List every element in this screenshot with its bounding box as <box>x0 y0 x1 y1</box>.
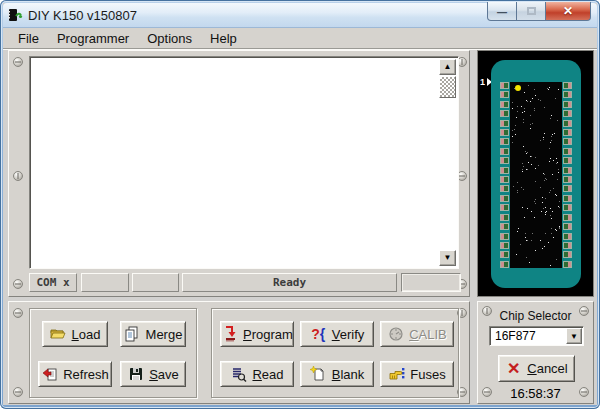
chip-pin <box>500 110 509 117</box>
cancel-button[interactable]: ✕ Cancel <box>498 355 575 382</box>
chip-pin <box>563 214 572 221</box>
chip-pin <box>563 233 572 240</box>
app-icon <box>7 7 23 23</box>
chip-pin <box>500 261 509 268</box>
chip-pin <box>563 176 572 183</box>
blank-button[interactable]: Blank <box>300 361 374 387</box>
chip-button-group: Program ?{ Verify <box>211 308 459 398</box>
fuses-button[interactable]: Fuses <box>380 361 454 387</box>
screw-icon <box>13 171 23 181</box>
program-label: Program <box>243 327 293 342</box>
chip-socket-view: 1 <box>477 50 594 297</box>
chip-pin <box>563 223 572 230</box>
chip-pin <box>563 195 572 202</box>
refresh-page-icon <box>41 366 58 382</box>
chip-pin <box>500 101 509 108</box>
merge-button[interactable]: Merge <box>120 321 186 347</box>
chip-pin <box>500 214 509 221</box>
read-pages-icon <box>230 366 247 382</box>
pin1-dot-icon <box>515 85 521 91</box>
open-folder-icon <box>50 326 67 342</box>
calib-gauge-icon <box>387 326 404 342</box>
scroll-up-button[interactable]: ▲ <box>439 59 456 75</box>
chip-pin <box>500 91 509 98</box>
chip-pin <box>500 233 509 240</box>
menu-options[interactable]: Options <box>138 29 201 48</box>
floppy-disk-icon <box>127 366 144 382</box>
window-title: DIY K150 v150807 <box>28 8 137 23</box>
chip-pin <box>500 223 509 230</box>
app-window: DIY K150 v150807 — ✕ File Programmer Opt… <box>0 0 600 409</box>
blank-page-icon <box>310 366 327 382</box>
chip-pin <box>500 167 509 174</box>
pin-column-left <box>500 82 509 268</box>
chip-pin <box>563 148 572 155</box>
minimize-icon: — <box>497 10 507 16</box>
chip-pin <box>500 242 509 249</box>
actions-panel: Load Merge <box>8 301 470 404</box>
status-com-port: COM x <box>29 273 77 292</box>
screw-icon <box>13 57 23 67</box>
save-button[interactable]: Save <box>120 361 186 387</box>
chip-pin <box>500 138 509 145</box>
menu-bar: File Programmer Options Help <box>3 28 597 49</box>
save-label: Save <box>149 367 179 382</box>
merge-pages-icon <box>124 326 141 342</box>
chip-selector-input[interactable] <box>492 329 564 343</box>
scroll-down-button[interactable]: ▼ <box>439 250 456 266</box>
calib-button: CALIB <box>380 321 454 347</box>
cancel-label: Cancel <box>527 361 567 376</box>
chip-body <box>510 82 562 268</box>
scrollbar-thumb[interactable] <box>439 76 456 98</box>
chip-selector-label: Chip Selector <box>478 309 593 323</box>
chip-pin <box>563 242 572 249</box>
scroll-up-icon: ▲ <box>444 63 452 71</box>
log-panel: ▲ ▼ COM x Ready <box>8 50 470 297</box>
chip-pin <box>500 185 509 192</box>
chip-pin <box>500 204 509 211</box>
menu-file[interactable]: File <box>9 29 48 48</box>
chip-pin <box>563 167 572 174</box>
status-cell-3 <box>132 273 179 292</box>
chip-pin <box>563 204 572 211</box>
refresh-button[interactable]: Refresh <box>38 361 112 387</box>
chip-pin <box>563 120 572 127</box>
log-content[interactable] <box>32 59 439 266</box>
load-label: Load <box>72 327 101 342</box>
pin-column-right <box>563 82 572 268</box>
chip-pin <box>563 138 572 145</box>
log-scrollbar[interactable]: ▲ ▼ <box>439 59 456 266</box>
chevron-down-icon: ▼ <box>570 332 578 341</box>
menu-help[interactable]: Help <box>201 29 246 48</box>
cancel-x-icon: ✕ <box>505 361 522 377</box>
verify-icon: ?{ <box>310 326 327 342</box>
program-flash-icon <box>221 326 238 342</box>
chip-pin <box>563 101 572 108</box>
chip-pin <box>563 110 572 117</box>
pin1-label: 1 <box>480 77 485 87</box>
file-button-group: Load Merge <box>29 308 197 398</box>
combo-dropdown-button[interactable]: ▼ <box>566 328 582 344</box>
titlebar: DIY K150 v150807 — ✕ <box>3 3 597 28</box>
chip-pin <box>500 251 509 258</box>
chip-pin <box>563 261 572 268</box>
verify-label: Verify <box>332 327 365 342</box>
close-button[interactable]: ✕ <box>545 2 591 21</box>
chip-pin <box>500 157 509 164</box>
chip-pin <box>500 120 509 127</box>
clock-label: 16:58:37 <box>478 386 593 401</box>
verify-button[interactable]: ?{ Verify <box>300 321 374 347</box>
maximize-button[interactable] <box>517 2 545 21</box>
log-textbox[interactable]: ▲ ▼ <box>29 56 459 269</box>
screw-icon <box>13 387 23 397</box>
chip-pin <box>500 176 509 183</box>
read-button[interactable]: Read <box>220 361 294 387</box>
menu-programmer[interactable]: Programmer <box>48 29 138 48</box>
chip-selector-combobox[interactable]: ▼ <box>489 326 584 346</box>
fuses-hand-icon <box>388 366 405 382</box>
program-button[interactable]: Program <box>220 321 294 347</box>
load-button[interactable]: Load <box>42 321 108 347</box>
minimize-button[interactable]: — <box>487 2 517 21</box>
maximize-icon <box>527 7 536 15</box>
chip-pin <box>563 91 572 98</box>
